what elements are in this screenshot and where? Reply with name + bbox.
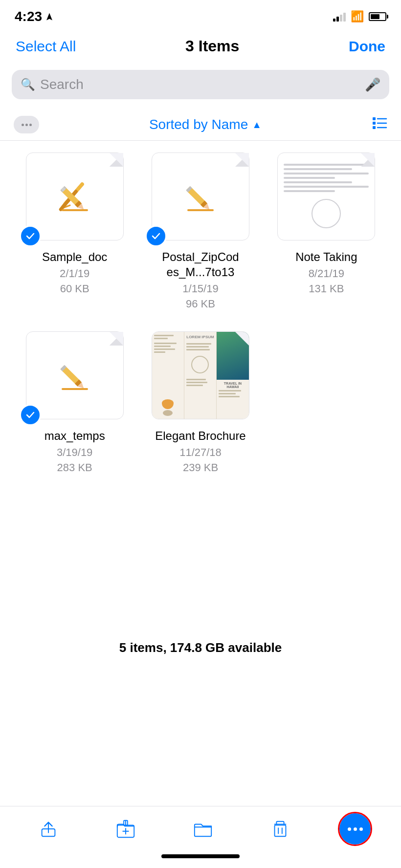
list-item[interactable]: max_temps 3/19/19283 KB [12,331,137,476]
microphone-icon[interactable]: 🎤 [365,77,380,92]
svg-rect-34 [275,825,286,836]
sort-direction-icon: ▲ [252,119,262,130]
list-item[interactable]: LOREM IPSUM TRAVEL INHAWAII [137,331,263,476]
status-bar: 4:23 📶 [0,0,401,29]
spacer [0,665,401,806]
svg-rect-5 [373,126,376,129]
file-meta: 3/19/19283 KB [57,445,92,476]
add-to-folder-button[interactable] [108,815,144,843]
search-input[interactable]: Search [40,77,360,92]
storage-info: 5 items, 174.8 GB available [0,626,401,665]
nav-title: 3 Items [185,37,239,55]
home-pill [161,854,240,858]
sort-bar: Sorted by Name ▲ [0,109,401,141]
list-item[interactable]: Note Taking 8/21/19131 KB [264,152,389,312]
sort-label-text: Sorted by Name [149,117,248,132]
search-bar[interactable]: 🔍 Search 🎤 [12,70,389,99]
battery-icon [369,12,386,21]
share-button[interactable] [30,815,67,843]
folder-button[interactable] [185,815,221,843]
search-icon: 🔍 [21,78,35,91]
svg-rect-4 [373,122,376,125]
nav-header: Select All 3 Items Done [0,29,401,65]
list-view-button[interactable] [372,116,387,133]
file-thumbnail [26,152,124,240]
list-item[interactable]: Sample_doc 2/1/1960 KB [12,152,137,312]
selected-badge [20,225,41,247]
list-item[interactable]: Postal_ZipCod es_M...7to13 1/15/1996 KB [137,152,263,312]
home-indicator [0,849,401,868]
select-all-button[interactable]: Select All [16,38,76,55]
bottom-toolbar [0,806,401,849]
file-name: Sample_doc [42,249,107,264]
selected-badge [145,225,167,247]
file-name: max_temps [45,428,105,443]
file-name: Postal_ZipCod es_M...7to13 [152,249,249,280]
more-actions-button[interactable] [339,813,371,845]
file-meta: 8/21/19131 KB [309,266,344,297]
search-container: 🔍 Search 🎤 [0,65,401,109]
svg-rect-3 [373,117,376,120]
location-arrow-icon [45,12,54,21]
wifi-icon: 📶 [351,10,364,23]
trash-button[interactable] [262,815,298,843]
status-time: 4:23 [15,9,42,24]
file-meta: 2/1/1960 KB [60,266,89,297]
file-thumbnail [26,331,124,419]
files-grid: Sample_doc 2/1/1960 KB [0,141,401,626]
sort-button[interactable]: Sorted by Name ▲ [149,117,262,132]
file-name: Note Taking [295,249,357,264]
file-thumbnail [277,152,375,240]
file-meta: 1/15/1996 KB [182,282,218,312]
more-options-button[interactable] [14,116,39,133]
file-name: Elegant Brochure [155,428,245,443]
status-icons: 📶 [333,10,386,23]
done-button[interactable]: Done [349,38,385,55]
file-thumbnail: LOREM IPSUM TRAVEL INHAWAII [152,331,249,419]
file-thumbnail [152,152,249,240]
file-meta: 11/27/18239 KB [179,445,222,476]
selected-badge [20,404,41,426]
signal-icon [333,12,346,22]
